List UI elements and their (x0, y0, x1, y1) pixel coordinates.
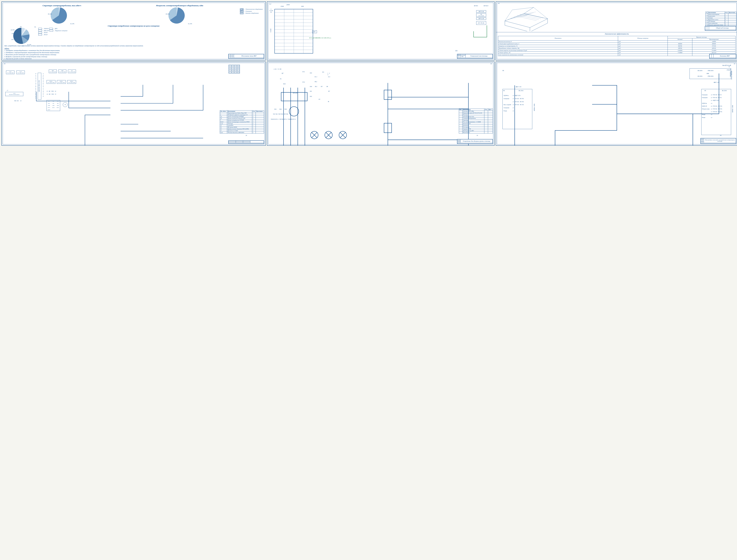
cable-label: КЛ-0,4кВ АВБбШВ 2×(4×240) 100 м.п. (309, 37, 331, 39)
sheet-single-line: Э3 От КЛ 0,4 кВ АВБбШВ 4×240 ГРЩ ВА 630А… (496, 62, 737, 146)
spec-table: Поз. обозн.НаименованиеК-воПримечание1Ми… (220, 110, 264, 134)
sheet-iso-econ: А3 №НаименованиеК-воПримечание1Металлоко… (496, 1, 737, 60)
econ-table: ПоказателиЕдиница измеренияВариант тепли… (498, 36, 736, 56)
avr-10kv: АВР 10 кВ (476, 10, 486, 13)
parts-table: №НаименованиеК-воПримечание1Металлоконст… (705, 12, 736, 26)
sheet-justification: Структура электропотребления, тыс.кВт·ч … (1, 1, 266, 60)
legend-a: — Технологическое оборудование — Освещен… (240, 8, 263, 14)
pie3-title: Структура потребления электроэнергии на … (4, 25, 263, 27)
compass-icon: С З ✦ В Ю (269, 8, 273, 13)
title-block: Генеральный план теплицы 1:100 (457, 54, 493, 59)
vru-box: ВРУ (312, 31, 317, 33)
title-block: Экономика ВКР (709, 54, 736, 59)
sheet-mcu-schematic: Э5 123A456B789C*0#D ARDUINO MEGA 2560 A0… (1, 62, 266, 146)
goal-text: Цель: разработать энергоэффективную сист… (4, 45, 263, 47)
pie-chart-lighting (13, 28, 29, 44)
pie-chart-consumption (51, 7, 67, 24)
greenhouse-plan (273, 6, 317, 55)
pie-chart-power (168, 7, 185, 24)
pie2-title: Мощность электропотребляющего оборудован… (122, 4, 237, 7)
task-4: 4. Выбрать и произвести расчёт электрооб… (4, 56, 263, 58)
title-block (228, 140, 264, 144)
tasks-header: Задачи: (4, 47, 263, 50)
title-block: Устройство для обогрева грунта в теплице (457, 139, 493, 144)
tp-block: ТП10/0,4 240,00 (476, 13, 486, 17)
spec-table: Поз.НаименованиеК-воПрим.Резистор МЛТ-0,… (459, 109, 493, 134)
isometric-view (499, 5, 555, 31)
sheet-heater-schematic: Э3 A B C N PE (267, 62, 495, 146)
title-block: Обоснование темы ВКР (228, 54, 264, 59)
pie1-title: Структура электропотребления, тыс.кВт·ч (4, 4, 119, 7)
sheet-general-plan: Ц.2 С З ✦ В Ю 24000 15000 2000 (267, 1, 495, 60)
title-block: Общий вид теплицы (705, 26, 736, 31)
task-3: 3. Выполнить расчёт питающей сети и расп… (4, 54, 263, 56)
title-block: Однолинейная схема ввода и распределения… (700, 138, 736, 144)
task-5: 5. Произвести расчёт системы отопления. (4, 58, 263, 60)
task-2: 2. Подобрать и запрограммировать микроко… (4, 52, 263, 54)
task-6: 6. Произвести расчёт заземляющего устрой… (4, 60, 263, 60)
econ-title: Экономическая эффективность (497, 33, 737, 35)
legend-c: — ЛОН-90 — ДРЛ — ИКЗ-250 — Наружное осве… (38, 28, 68, 36)
task-1: 1. Подобрать электрооборудование и элеме… (4, 50, 263, 52)
